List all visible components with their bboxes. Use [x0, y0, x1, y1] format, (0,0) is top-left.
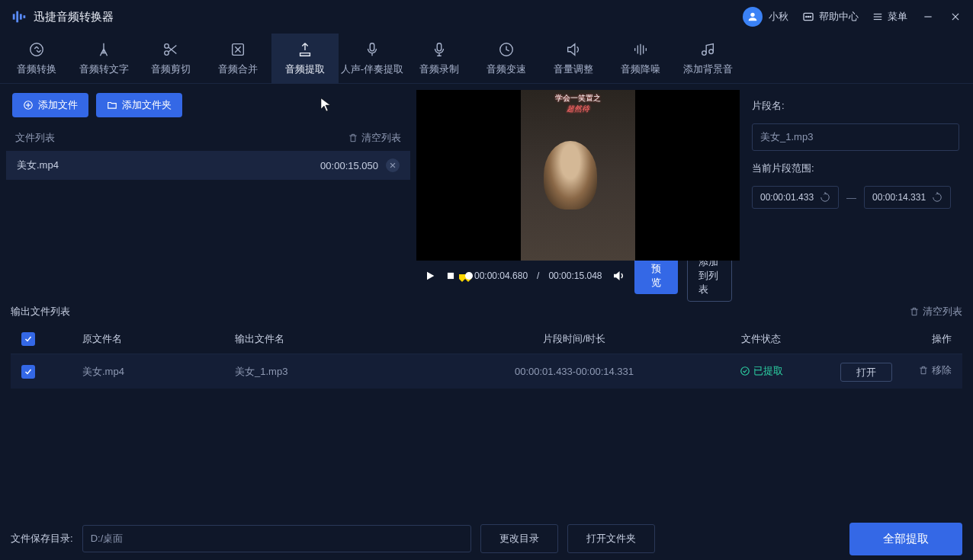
- play-button[interactable]: [424, 268, 436, 283]
- convert-icon: [28, 41, 45, 58]
- svg-point-4: [750, 13, 754, 17]
- segment-name-label: 片段名:: [752, 99, 959, 113]
- svg-point-17: [165, 50, 169, 55]
- clear-output-list[interactable]: 清空列表: [909, 305, 962, 318]
- help-label: 帮助中心: [819, 10, 859, 24]
- nav-audio-record[interactable]: 音频录制: [406, 34, 473, 84]
- save-path-input[interactable]: D:/桌面: [82, 525, 471, 552]
- open-folder-button[interactable]: 打开文件夹: [567, 524, 655, 553]
- file-name: 美女.mp4: [17, 158, 59, 172]
- volume-button[interactable]: [612, 268, 625, 283]
- select-all-checkbox[interactable]: [21, 332, 35, 346]
- app-logo: 迅捷音频转换器: [11, 8, 114, 25]
- open-button[interactable]: 打开: [840, 363, 892, 382]
- file-panel: 添加文件 添加文件夹 文件列表 清空列表 美女.mp4 00:00:15.050: [6, 90, 410, 291]
- svg-rect-1: [16, 11, 18, 23]
- nav-audio-cut[interactable]: 音频剪切: [137, 34, 204, 84]
- output-table-header: 原文件名 输出文件名 片段时间/时长 文件状态 操作: [11, 325, 962, 354]
- record-icon: [431, 41, 448, 58]
- nav-audio-convert[interactable]: 音频转换: [3, 34, 70, 84]
- close-button[interactable]: [949, 10, 962, 24]
- row-checkbox[interactable]: [21, 365, 35, 379]
- svg-point-15: [31, 43, 43, 56]
- file-list: 美女.mp4 00:00:15.050: [6, 151, 410, 291]
- text-icon: [95, 41, 112, 58]
- svg-rect-2: [20, 14, 22, 19]
- row-src-name: 美女.mp4: [82, 365, 235, 379]
- music-icon: [699, 41, 716, 58]
- svg-point-6: [806, 16, 807, 17]
- extract-icon: [297, 41, 313, 58]
- nav-audio-to-text[interactable]: 音频转文字: [70, 34, 137, 84]
- video-overlay-text: 学会一笑置之 超然待: [555, 93, 601, 114]
- menu-button[interactable]: 菜单: [872, 10, 907, 24]
- stop-button[interactable]: [445, 268, 456, 283]
- volume-icon: [565, 41, 582, 58]
- row-status: 已提取: [740, 364, 783, 378]
- user-name: 小秋: [769, 10, 788, 24]
- remove-row-button[interactable]: 移除: [918, 363, 952, 377]
- segment-panel: 片段名: 美女_1.mp3 当前片段范围: 00:00:01.433 — 00:…: [746, 90, 967, 291]
- segment-range-label: 当前片段范围:: [752, 162, 959, 175]
- file-list-title: 文件列表: [15, 131, 55, 145]
- save-dir-label: 文件保存目录:: [11, 532, 73, 546]
- avatar-icon: [743, 7, 763, 27]
- logo-icon: [11, 8, 27, 25]
- extract-all-button[interactable]: 全部提取: [849, 523, 962, 555]
- row-time-range: 00:00:01.433-00:00:14.331: [448, 366, 700, 377]
- footer: 文件保存目录: D:/桌面 更改目录 打开文件夹 全部提取: [0, 517, 973, 560]
- noise-icon: [632, 41, 649, 58]
- svg-rect-22: [437, 43, 442, 50]
- main-work-area: 添加文件 添加文件夹 文件列表 清空列表 美女.mp4 00:00:15.050: [0, 84, 973, 297]
- preview-panel: 学会一笑置之 超然待 00:00:04.680 / 00:00:15.048: [416, 90, 740, 291]
- clear-file-list[interactable]: 清空列表: [348, 131, 401, 145]
- range-start-input[interactable]: 00:00:01.433: [752, 186, 839, 209]
- remove-file-icon[interactable]: [386, 158, 400, 172]
- playhead[interactable]: [465, 272, 473, 280]
- output-section: 输出文件列表 清空列表 原文件名 输出文件名 片段时间/时长 文件状态 操作 美…: [0, 297, 973, 517]
- user-account[interactable]: 小秋: [743, 7, 788, 27]
- video-preview[interactable]: 学会一笑置之 超然待: [416, 90, 740, 261]
- speed-icon: [498, 41, 515, 58]
- svg-rect-36: [448, 273, 454, 279]
- svg-point-37: [740, 367, 749, 376]
- change-dir-button[interactable]: 更改目录: [480, 524, 558, 553]
- merge-icon: [230, 41, 246, 58]
- svg-point-16: [165, 43, 169, 48]
- range-end-handle[interactable]: [459, 274, 465, 282]
- svg-rect-0: [13, 14, 15, 19]
- add-file-button[interactable]: 添加文件: [12, 93, 88, 117]
- mic-icon: [364, 41, 381, 58]
- svg-rect-21: [370, 43, 374, 50]
- nav-volume-adjust[interactable]: 音量调整: [540, 34, 607, 84]
- help-center[interactable]: 帮助中心: [802, 10, 859, 24]
- output-row: 美女.mp4 美女_1.mp3 00:00:01.433-00:00:14.33…: [11, 354, 962, 389]
- segment-name-input[interactable]: 美女_1.mp3: [752, 123, 959, 151]
- preview-button[interactable]: 预览: [634, 258, 678, 294]
- nav-audio-extract[interactable]: 音频提取: [271, 34, 339, 84]
- row-out-name: 美女_1.mp3: [235, 365, 448, 379]
- reset-icon: [932, 192, 942, 203]
- nav-add-bgm[interactable]: 添加背景音: [674, 34, 741, 84]
- titlebar: 迅捷音频转换器 小秋 帮助中心 菜单: [0, 0, 973, 34]
- minimize-button[interactable]: [921, 10, 935, 24]
- current-time: 00:00:04.680: [474, 270, 528, 281]
- svg-point-7: [808, 16, 808, 17]
- add-folder-button[interactable]: 添加文件夹: [96, 93, 182, 117]
- app-title: 迅捷音频转换器: [34, 10, 114, 24]
- nav-noise-reduce[interactable]: 音频降噪: [607, 34, 674, 84]
- menu-label: 菜单: [888, 10, 907, 24]
- svg-point-29: [702, 50, 707, 55]
- scissors-icon: [162, 41, 179, 58]
- reset-icon: [820, 192, 830, 203]
- nav-vocal-separate[interactable]: 人声-伴奏提取: [339, 34, 406, 84]
- svg-point-8: [810, 16, 811, 17]
- file-duration: 00:00:15.050: [320, 160, 378, 171]
- main-nav: 音频转换 音频转文字 音频剪切 音频合并 音频提取 人声-伴奏提取 音频录制 音…: [0, 34, 973, 84]
- svg-point-30: [709, 50, 714, 54]
- range-end-input[interactable]: 00:00:14.331: [864, 186, 951, 209]
- file-row[interactable]: 美女.mp4 00:00:15.050: [6, 151, 410, 180]
- nav-audio-merge[interactable]: 音频合并: [204, 34, 271, 84]
- nav-audio-speed[interactable]: 音频变速: [473, 34, 540, 84]
- player-controls: 00:00:04.680 / 00:00:15.048 预览 添加到列表: [416, 261, 740, 291]
